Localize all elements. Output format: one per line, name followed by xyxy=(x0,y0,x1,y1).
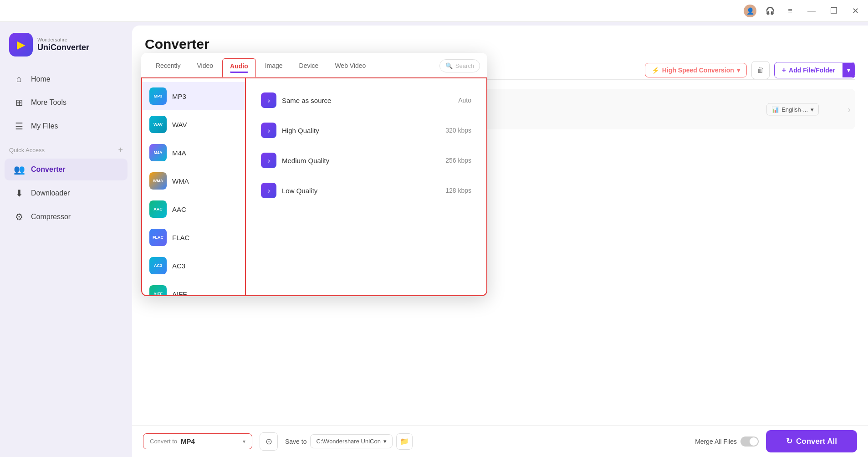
ac3-label: AC3 xyxy=(172,262,185,270)
sidebar-item-home[interactable]: ⌂ Home xyxy=(5,68,128,90)
quality-item-low[interactable]: ♪ Low Quality 128 kbps xyxy=(253,176,479,205)
format-item-mp3[interactable]: MP3 MP3 xyxy=(142,82,245,110)
merge-toggle[interactable] xyxy=(740,436,759,447)
compressor-icon: ⚙ xyxy=(14,211,25,222)
wav-badge: WAV xyxy=(149,116,167,133)
dropdown-tab-recently[interactable]: Recently xyxy=(148,58,188,77)
quick-access-add-button[interactable]: + xyxy=(118,145,123,155)
logo-area: ▶ Wondersahre UniConverter xyxy=(0,27,132,67)
format-item-aiff[interactable]: AIFF AIFF xyxy=(142,280,245,296)
lightning-icon: ⚡ xyxy=(652,67,659,74)
add-file-dropdown-arrow[interactable]: ▾ xyxy=(842,63,855,77)
quality-value-high: 320 kbps xyxy=(445,127,471,134)
aac-badge: AAC xyxy=(149,200,167,218)
format-list: MP3 MP3 WAV WAV M4A M4A WMA WMA xyxy=(141,77,246,296)
title-bar: 👤 🎧 ≡ — ❐ ✕ xyxy=(0,0,868,22)
headset-icon[interactable]: 🎧 xyxy=(764,5,776,17)
target-settings-button[interactable]: ⊙ xyxy=(260,432,278,451)
quality-icon-high: ♪ xyxy=(261,123,276,138)
minimize-button[interactable]: — xyxy=(804,4,819,17)
dropdown-tab-video[interactable]: Video xyxy=(189,58,220,77)
dropdown-tabs: Recently Video Audio Image Device Web Vi… xyxy=(148,58,373,77)
quick-access-section: Quick Access + xyxy=(0,138,132,158)
format-dropdown: Recently Video Audio Image Device Web Vi… xyxy=(141,53,487,296)
converter-icon: 👥 xyxy=(14,164,25,175)
format-item-ac3[interactable]: AC3 AC3 xyxy=(142,252,245,280)
sidebar-item-more-tools[interactable]: ⊞ More Tools xyxy=(5,92,128,113)
aac-label: AAC xyxy=(172,205,186,213)
format-item-m4a[interactable]: M4A M4A xyxy=(142,139,245,167)
quality-icon-low: ♪ xyxy=(261,183,276,198)
search-icon: 🔍 xyxy=(445,62,453,69)
format-item-wma[interactable]: WMA WMA xyxy=(142,167,245,195)
convert-to-section[interactable]: Convert to MP4 ▾ xyxy=(143,433,252,449)
main-content: Converter Converting (1) Finished ⚡ High… xyxy=(132,26,868,457)
add-file-label: Add File/Folder xyxy=(789,67,835,74)
downloader-icon: ⬇ xyxy=(14,188,25,199)
add-file-main[interactable]: + Add File/Folder xyxy=(775,62,842,78)
dropdown-tab-audio[interactable]: Audio xyxy=(222,58,256,77)
flac-label: FLAC xyxy=(172,234,189,241)
quality-item-high[interactable]: ♪ High Quality 320 kbps xyxy=(253,116,479,145)
quality-value-medium: 256 kbps xyxy=(445,157,471,164)
sidebar-item-converter[interactable]: 👥 Converter xyxy=(5,159,128,180)
quality-panel: ♪ Same as source Auto ♪ High Quality 320… xyxy=(246,77,487,296)
menu-icon[interactable]: ≡ xyxy=(784,5,797,17)
save-path-arrow: ▾ xyxy=(383,438,387,445)
delete-icon: 🗑 xyxy=(757,66,764,74)
convert-to-arrow: ▾ xyxy=(243,438,245,445)
bottom-bar: Convert to MP4 ▾ ⊙ Save to C:\Wondershar… xyxy=(132,425,868,457)
format-item-flac[interactable]: FLAC FLAC xyxy=(142,223,245,252)
convert-to-label: Convert to xyxy=(150,438,177,445)
app-name: UniConverter xyxy=(37,43,89,53)
high-speed-label: High Speed Conversion xyxy=(662,67,734,74)
sidebar-item-downloader[interactable]: ⬇ Downloader xyxy=(5,182,128,204)
quality-item-left-low: ♪ Low Quality xyxy=(261,183,317,198)
logo-icon: ▶ xyxy=(9,33,33,56)
format-search-box[interactable]: 🔍 Search xyxy=(439,59,480,72)
dropdown-tab-device[interactable]: Device xyxy=(292,58,326,77)
high-speed-button[interactable]: ⚡ High Speed Conversion ▾ xyxy=(645,63,747,77)
avatar-icon[interactable]: 👤 xyxy=(744,5,756,17)
wav-label: WAV xyxy=(172,121,187,128)
convert-all-button[interactable]: ↻ Convert All xyxy=(766,430,857,452)
high-speed-arrow: ▾ xyxy=(737,67,740,74)
quality-name-low: Low Quality xyxy=(282,187,317,195)
delete-button[interactable]: 🗑 xyxy=(751,61,770,79)
wma-badge: WMA xyxy=(149,172,167,190)
dropdown-tab-image[interactable]: Image xyxy=(258,58,290,77)
logo-text: Wondersahre UniConverter xyxy=(37,37,89,53)
subtitle-selector[interactable]: 📊 English-... ▾ xyxy=(766,103,819,115)
aiff-label: AIFF xyxy=(172,290,187,297)
save-to-path[interactable]: C:\Wondershare UniCon ▾ xyxy=(310,434,392,448)
quality-value-low: 128 kbps xyxy=(445,187,471,194)
my-files-icon: ☰ xyxy=(14,121,25,132)
quality-name-high: High Quality xyxy=(282,127,319,134)
m4a-label: M4A xyxy=(172,149,186,157)
browse-folder-button[interactable]: 📁 xyxy=(396,433,413,450)
close-button[interactable]: ✕ xyxy=(848,4,863,18)
app-body: ▶ Wondersahre UniConverter ⌂ Home ⊞ More… xyxy=(0,22,868,457)
dropdown-tab-web-video[interactable]: Web Video xyxy=(327,58,373,77)
dropdown-body: MP3 MP3 WAV WAV M4A M4A WMA WMA xyxy=(141,77,487,296)
save-to-section: Save to C:\Wondershare UniCon ▾ 📁 xyxy=(285,433,413,450)
quality-item-medium[interactable]: ♪ Medium Quality 256 kbps xyxy=(253,146,479,175)
convert-to-value: MP4 xyxy=(181,437,239,445)
format-item-aac[interactable]: AAC AAC xyxy=(142,195,245,223)
sidebar: ▶ Wondersahre UniConverter ⌂ Home ⊞ More… xyxy=(0,22,132,457)
more-tools-icon: ⊞ xyxy=(14,97,25,108)
subtitle-label: English-... xyxy=(781,106,808,113)
quality-item-same-as-source[interactable]: ♪ Same as source Auto xyxy=(253,86,479,115)
sidebar-item-compressor[interactable]: ⚙ Compressor xyxy=(5,206,128,228)
quick-access-label: Quick Access xyxy=(9,147,45,154)
quality-value-same: Auto xyxy=(458,97,471,104)
add-file-folder-button[interactable]: + Add File/Folder ▾ xyxy=(774,62,855,78)
restore-button[interactable]: ❐ xyxy=(827,4,841,18)
m4a-badge: M4A xyxy=(149,144,167,161)
folder-icon: 📁 xyxy=(400,437,409,446)
ac3-badge: AC3 xyxy=(149,257,167,274)
compressor-label: Compressor xyxy=(31,213,71,221)
home-icon: ⌂ xyxy=(14,74,25,84)
format-item-wav[interactable]: WAV WAV xyxy=(142,110,245,139)
sidebar-item-my-files[interactable]: ☰ My Files xyxy=(5,115,128,137)
